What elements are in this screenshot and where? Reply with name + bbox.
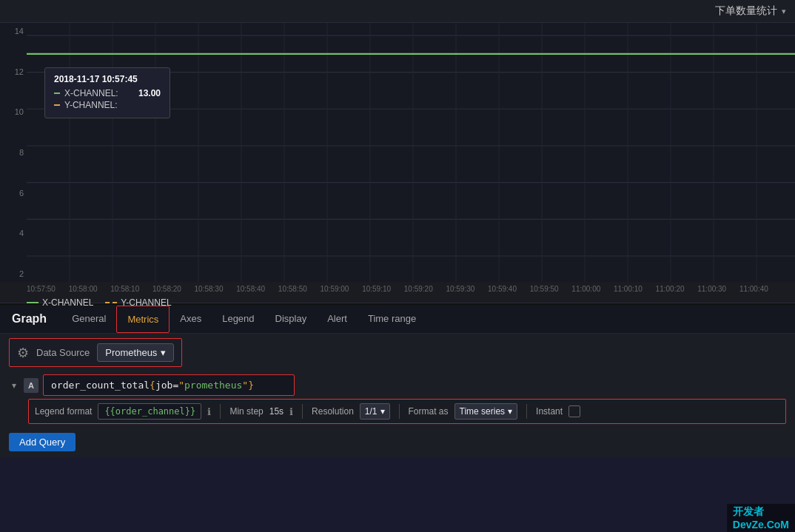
query-quote-close: " bbox=[242, 380, 248, 391]
y-label-2: 2 bbox=[0, 269, 27, 278]
x-label: 10:58:30 bbox=[195, 285, 224, 293]
chart-container: 下单数量统计 ▾ 2 4 6 8 10 12 14 bbox=[0, 0, 795, 303]
format-as-select[interactable]: Time series ▾ bbox=[454, 403, 518, 420]
chart-inner: 2 4 6 8 10 12 14 bbox=[0, 23, 795, 282]
x-label: 11:00:10 bbox=[614, 285, 643, 293]
chart-svg bbox=[27, 23, 795, 282]
query-brace-close: } bbox=[248, 380, 254, 391]
chart-grid bbox=[27, 23, 795, 282]
datasource-caret: ▾ bbox=[161, 347, 166, 358]
format-as-value: Time series bbox=[460, 406, 506, 417]
resolution-select[interactable]: 1/1 ▾ bbox=[360, 403, 390, 420]
y-label-14: 14 bbox=[0, 27, 27, 36]
query-plain: order_count_total bbox=[51, 380, 150, 391]
x-label: 10:58:10 bbox=[110, 285, 139, 293]
y-label-8: 8 bbox=[0, 148, 27, 157]
query-val: prometheus bbox=[184, 380, 242, 391]
y-label-6: 6 bbox=[0, 189, 27, 198]
x-label: 11:00:20 bbox=[656, 285, 685, 293]
tooltip-y-dot bbox=[54, 104, 60, 106]
x-label: 10:58:00 bbox=[69, 285, 98, 293]
x-label: 11:00:30 bbox=[697, 285, 726, 293]
x-label: 10:59:30 bbox=[446, 285, 474, 293]
legend-format-input[interactable] bbox=[98, 403, 201, 420]
tooltip-x-dot bbox=[54, 92, 60, 94]
resolution-caret: ▾ bbox=[380, 406, 385, 417]
legend-format-info[interactable]: ℹ bbox=[207, 406, 211, 417]
tooltip-x-label: X-CHANNEL: bbox=[64, 88, 132, 98]
query-brace-open: { bbox=[150, 380, 155, 391]
min-step-value: 15s bbox=[269, 406, 284, 417]
legend-format-label: Legend format bbox=[35, 406, 92, 417]
query-quote: " bbox=[178, 380, 184, 391]
chart-legend: X-CHANNEL Y-CHANNEL bbox=[0, 294, 795, 311]
add-query-section: Add Query bbox=[0, 427, 795, 457]
tooltip-y-row: Y-CHANNEL: bbox=[54, 100, 161, 110]
y-axis: 2 4 6 8 10 12 14 bbox=[0, 23, 27, 282]
query-key: job bbox=[155, 380, 172, 391]
y-label-4: 4 bbox=[0, 229, 27, 238]
tooltip-x-row: X-CHANNEL: 13.00 bbox=[54, 88, 161, 98]
query-text: order_count_total{job="prometheus"} bbox=[51, 380, 254, 391]
legend-y-label: Y-CHANNEL bbox=[121, 297, 171, 308]
x-label: 10:59:40 bbox=[488, 285, 517, 293]
instant-checkbox[interactable] bbox=[568, 405, 580, 417]
format-as-caret: ▾ bbox=[508, 406, 512, 417]
chart-title-caret[interactable]: ▾ bbox=[782, 7, 786, 16]
add-query-button[interactable]: Add Query bbox=[9, 433, 76, 451]
y-label-12: 12 bbox=[0, 67, 27, 76]
legend-x-line bbox=[27, 302, 38, 303]
x-axis: 10:57:50 10:58:00 10:58:10 10:58:20 10:5… bbox=[0, 282, 795, 294]
datasource-row: ⚙ Data Source Prometheus ▾ bbox=[9, 338, 182, 367]
divider4 bbox=[526, 404, 527, 419]
tooltip-x-value: 13.00 bbox=[138, 88, 161, 98]
datasource-icon: ⚙ bbox=[17, 345, 29, 361]
x-label: 10:57:50 bbox=[27, 285, 56, 293]
x-label: 10:58:50 bbox=[278, 285, 307, 293]
query-toggle[interactable]: ▾ bbox=[9, 379, 19, 392]
x-label: 10:59:10 bbox=[362, 285, 391, 293]
legend-y-line bbox=[105, 302, 117, 303]
resolution-value: 1/1 bbox=[365, 406, 378, 417]
legend-x-label: X-CHANNEL bbox=[42, 297, 93, 308]
query-letter: A bbox=[24, 378, 38, 393]
instant-label: Instant bbox=[536, 406, 563, 417]
legend-y-channel: Y-CHANNEL bbox=[105, 297, 171, 308]
query-input[interactable]: order_count_total{job="prometheus"} bbox=[43, 374, 295, 396]
min-step-label: Min step bbox=[229, 406, 263, 417]
x-label: 11:00:00 bbox=[571, 285, 600, 293]
query-options-row: Legend format ℹ Min step 15s ℹ Resolutio… bbox=[28, 399, 786, 424]
datasource-dropdown[interactable]: Prometheus ▾ bbox=[97, 343, 174, 362]
tooltip-y-label: Y-CHANNEL: bbox=[64, 100, 155, 110]
tooltip-time: 2018-11-17 10:57:45 bbox=[54, 74, 161, 84]
min-step-info[interactable]: ℹ bbox=[289, 406, 293, 417]
divider2 bbox=[302, 404, 303, 419]
query-section: ▾ A order_count_total{job="prometheus"} … bbox=[9, 374, 786, 424]
divider3 bbox=[399, 404, 400, 419]
x-label: 11:00:40 bbox=[739, 285, 768, 293]
panel-section: Graph General Metrics Axes Legend Displa… bbox=[0, 303, 795, 457]
datasource-label: Data Source bbox=[36, 347, 90, 358]
chart-tooltip: 2018-11-17 10:57:45 X-CHANNEL: 13.00 Y-C… bbox=[44, 67, 170, 118]
x-label: 10:58:40 bbox=[236, 285, 265, 293]
datasource-value: Prometheus bbox=[105, 347, 157, 358]
x-label: 10:58:20 bbox=[152, 285, 181, 293]
chart-title-bar: 下单数量统计 ▾ bbox=[0, 0, 795, 23]
datasource-section: ⚙ Data Source Prometheus ▾ bbox=[0, 334, 795, 371]
query-row: ▾ A order_count_total{job="prometheus"} bbox=[9, 374, 786, 396]
x-label: 10:59:50 bbox=[530, 285, 559, 293]
x-label: 10:59:20 bbox=[404, 285, 433, 293]
watermark: 开发者DevZe.CoM bbox=[727, 504, 795, 532]
divider1 bbox=[220, 404, 221, 419]
x-label: 10:59:00 bbox=[320, 285, 349, 293]
y-label-10: 10 bbox=[0, 107, 27, 116]
chart-title: 下单数量统计 bbox=[715, 4, 777, 18]
format-as-label: Format as bbox=[409, 406, 449, 417]
legend-x-channel: X-CHANNEL bbox=[27, 297, 93, 308]
resolution-label: Resolution bbox=[312, 406, 354, 417]
